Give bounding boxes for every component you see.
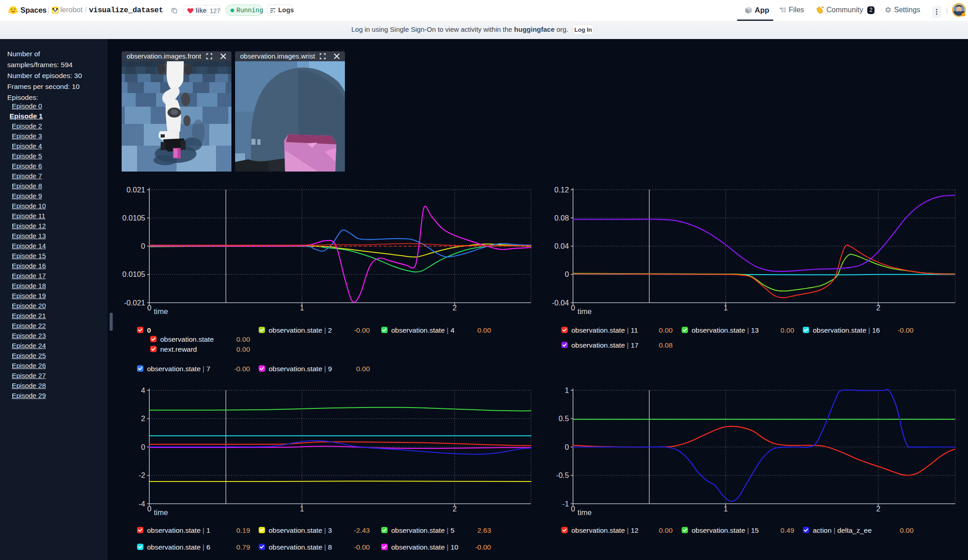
svg-text:2.63: 2.63 — [477, 526, 491, 534]
svg-text:observation.state | 2: observation.state | 2 — [269, 326, 332, 334]
svg-text:0.00: 0.00 — [236, 335, 251, 343]
svg-text:0.00: 0.00 — [477, 326, 491, 334]
svg-text:1: 1 — [723, 505, 727, 513]
svg-text:observation.state | 17: observation.state | 17 — [571, 341, 639, 349]
svg-text:0: 0 — [147, 304, 151, 312]
svg-text:0.08: 0.08 — [659, 341, 673, 349]
svg-text:0.00: 0.00 — [781, 326, 795, 334]
svg-text:observation.state | 6: observation.state | 6 — [147, 543, 210, 551]
svg-text:2: 2 — [876, 304, 880, 312]
svg-text:1: 1 — [723, 304, 727, 312]
svg-text:0.79: 0.79 — [236, 543, 250, 551]
svg-text:0.0105: 0.0105 — [123, 270, 145, 278]
svg-text:time: time — [578, 508, 592, 516]
svg-text:1: 1 — [300, 505, 304, 513]
svg-text:0.021: 0.021 — [127, 186, 145, 194]
svg-text:-4: -4 — [138, 500, 145, 508]
svg-text:1: 1 — [565, 386, 569, 394]
svg-text:observation.state | 13: observation.state | 13 — [692, 326, 759, 334]
svg-text:0.12: 0.12 — [554, 186, 569, 194]
svg-text:-2: -2 — [138, 471, 145, 479]
svg-text:observation.state | 7: observation.state | 7 — [147, 365, 210, 373]
svg-text:0.00: 0.00 — [659, 526, 673, 534]
svg-text:time: time — [154, 307, 168, 315]
svg-text:0: 0 — [141, 242, 145, 250]
svg-text:0.08: 0.08 — [554, 214, 569, 222]
svg-text:0.0105: 0.0105 — [123, 214, 145, 222]
svg-text:observation.state | 12: observation.state | 12 — [571, 526, 639, 534]
svg-text:observation.state | 16: observation.state | 16 — [813, 326, 880, 334]
svg-text:-0.00: -0.00 — [354, 326, 370, 334]
svg-text:observation.state | 15: observation.state | 15 — [692, 526, 759, 534]
svg-text:0: 0 — [571, 505, 575, 513]
svg-text:-0.00: -0.00 — [234, 365, 251, 373]
svg-text:-0.00: -0.00 — [475, 543, 491, 551]
svg-text:observation.state | 9: observation.state | 9 — [269, 365, 332, 373]
svg-text:0: 0 — [141, 443, 145, 451]
svg-text:time: time — [578, 307, 592, 315]
svg-text:0: 0 — [147, 326, 151, 334]
svg-text:0.00: 0.00 — [236, 345, 251, 353]
svg-text:-0.00: -0.00 — [898, 326, 914, 334]
svg-text:0.49: 0.49 — [781, 526, 794, 534]
svg-text:0.00: 0.00 — [900, 526, 914, 534]
svg-text:0: 0 — [147, 505, 151, 513]
svg-text:0: 0 — [565, 443, 569, 451]
svg-text:0.5: 0.5 — [559, 414, 569, 422]
svg-text:0: 0 — [565, 270, 569, 278]
svg-text:observation.state | 4: observation.state | 4 — [391, 326, 455, 334]
svg-text:0.00: 0.00 — [356, 365, 370, 373]
svg-text:2: 2 — [452, 505, 457, 513]
svg-text:observation.state | 5: observation.state | 5 — [391, 526, 454, 534]
svg-text:-1: -1 — [562, 500, 569, 508]
svg-text:2: 2 — [452, 304, 457, 312]
svg-text:-0.00: -0.00 — [354, 543, 370, 551]
svg-text:-0.5: -0.5 — [556, 471, 569, 479]
svg-text:2: 2 — [141, 414, 145, 422]
svg-text:next.reward: next.reward — [160, 345, 197, 353]
svg-text:observation.state | 11: observation.state | 11 — [571, 326, 638, 334]
svg-text:-2.43: -2.43 — [354, 526, 370, 534]
svg-text:observation.images.wrist: observation.images.wrist — [240, 52, 315, 60]
svg-text:observation.images.front: observation.images.front — [127, 52, 201, 60]
svg-text:2: 2 — [876, 505, 880, 513]
svg-text:observation.state | 10: observation.state | 10 — [391, 543, 458, 551]
svg-text:observation.state | 3: observation.state | 3 — [269, 526, 332, 534]
svg-text:action | delta_z_ee: action | delta_z_ee — [813, 526, 872, 534]
svg-text:observation.state: observation.state — [160, 335, 214, 343]
svg-text:-0.04: -0.04 — [552, 299, 569, 307]
svg-text:-0.021: -0.021 — [124, 299, 145, 307]
svg-text:observation.state | 8: observation.state | 8 — [269, 543, 332, 551]
svg-text:time: time — [154, 508, 168, 516]
svg-text:0.04: 0.04 — [554, 242, 569, 250]
svg-text:1: 1 — [300, 304, 304, 312]
svg-text:0.19: 0.19 — [236, 526, 250, 534]
svg-text:observation.state | 1: observation.state | 1 — [147, 526, 210, 534]
svg-text:0.00: 0.00 — [659, 326, 673, 334]
svg-text:0: 0 — [571, 304, 575, 312]
svg-text:4: 4 — [141, 386, 145, 394]
